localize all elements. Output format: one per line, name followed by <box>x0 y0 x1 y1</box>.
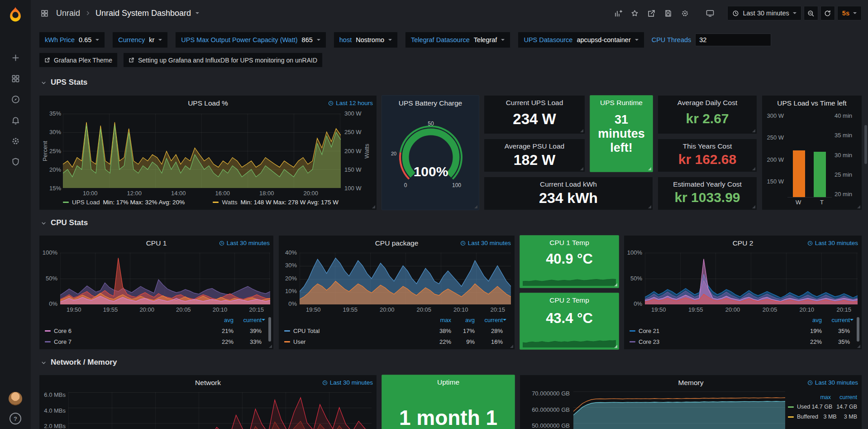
configuration-icon[interactable] <box>0 130 31 151</box>
user-avatar[interactable] <box>9 392 22 405</box>
panel-time-badge[interactable]: Last 30 minutes <box>807 240 858 246</box>
panel-time-badge[interactable]: Last 30 minutes <box>322 379 373 386</box>
legend-series-name[interactable]: Used <box>797 404 810 410</box>
variable-label: UPS Max Output Power Capacity (Watt) <box>181 36 297 43</box>
legend-series-name[interactable]: Core 21 <box>639 328 659 334</box>
panel-time-badge[interactable]: Last 30 minutes <box>219 240 270 246</box>
cpu-package-chart[interactable] <box>300 253 511 304</box>
legend-col-max[interactable]: max <box>807 394 831 400</box>
legend-col-current[interactable]: current <box>831 394 857 400</box>
legend-scrollbar[interactable] <box>857 317 859 342</box>
legend-col-avg[interactable]: avg <box>210 317 234 323</box>
section-network-memory[interactable]: Network / Memory <box>41 358 117 367</box>
panel-cpu1: CPU 1 Last 30 minutes 100%50%0% 19:5019:… <box>39 235 274 350</box>
panel-cpu2: CPU 2 Last 30 minutes 100%50%0% 19:5019:… <box>624 235 862 350</box>
cpu2-chart[interactable] <box>645 253 858 304</box>
cycle-view-mode-icon[interactable] <box>703 6 717 20</box>
legend-series-name[interactable]: Core 7 <box>54 338 72 345</box>
panel-title[interactable]: Network <box>57 379 358 387</box>
refresh-interval-select[interactable]: 5s <box>837 6 862 20</box>
panel-title[interactable]: UPS Load vs Time left <box>765 99 859 107</box>
server-admin-icon[interactable] <box>0 151 31 172</box>
link-label: Setting up Grafana and InfluxDB for UPS … <box>138 57 317 64</box>
cpu-threads-input[interactable] <box>695 34 771 46</box>
panel-time-badge[interactable]: Last 30 minutes <box>807 379 858 386</box>
variable-telegraf-datasource[interactable]: Telegraf Datasource Telegraf <box>405 32 510 48</box>
network-chart[interactable] <box>68 392 372 429</box>
panel-title[interactable]: Estimated Yearly Cost <box>660 180 755 188</box>
legend-row: Core 21 19% 35% <box>630 325 854 336</box>
create-icon[interactable] <box>0 47 31 68</box>
legend-col-max[interactable]: max <box>428 317 451 323</box>
panel-title[interactable]: Current UPS Load <box>486 99 583 107</box>
cpu1-chart[interactable] <box>60 253 270 304</box>
time-range-picker[interactable]: Last 30 minutes <box>727 6 801 20</box>
variable-value[interactable]: 0.65 <box>79 36 91 43</box>
alerting-icon[interactable] <box>0 110 31 130</box>
panel-title[interactable]: UPS Load % <box>57 99 358 107</box>
panel-title[interactable]: Average Daily Cost <box>660 99 755 107</box>
breadcrumb-org[interactable]: Unraid <box>56 9 80 18</box>
x-axis: 19:5019:5520:0020:0520:1020:15 <box>306 306 505 313</box>
legend-col-avg[interactable]: avg <box>798 317 822 323</box>
panel-title[interactable]: UPS Battery Charge <box>386 99 475 107</box>
variable-value[interactable]: Telegraf <box>474 36 497 43</box>
panel-title[interactable]: UPS Runtime <box>592 99 651 107</box>
legend-series-name[interactable]: Core 23 <box>639 338 659 345</box>
y-axis-left: 35%30%25%20%15% <box>44 111 61 191</box>
save-icon[interactable] <box>661 6 675 20</box>
legend-series-name[interactable]: UPS Load <box>72 199 100 206</box>
link-ups-monitoring-guide[interactable]: Setting up Grafana and InfluxDB for UPS … <box>123 53 323 67</box>
explore-icon[interactable] <box>0 89 31 110</box>
variable-currency[interactable]: Currency kr <box>112 32 168 48</box>
refresh-icon[interactable] <box>820 6 835 20</box>
panel-time-badge[interactable]: Last 12 hours <box>328 100 373 106</box>
dashboard-settings-icon[interactable] <box>677 6 692 20</box>
share-icon[interactable] <box>644 6 658 20</box>
legend-col-current[interactable]: current <box>234 317 262 323</box>
variable-value[interactable]: 865 <box>302 36 313 43</box>
zoom-out-icon[interactable] <box>804 6 818 20</box>
legend-col-current[interactable]: current <box>475 317 503 323</box>
legend-series-name[interactable]: Buffered <box>797 414 818 420</box>
add-panel-icon[interactable] <box>610 6 625 20</box>
section-ups-stats[interactable]: UPS Stats <box>41 78 87 87</box>
panel-title[interactable]: Average PSU Load <box>486 142 583 150</box>
legend-series-name[interactable]: Watts <box>222 199 237 206</box>
chevron-down-icon <box>41 80 47 86</box>
grafana-app: ? Unraid Unraid System Dashboard <box>0 0 868 429</box>
link-grafana-plex-theme[interactable]: Grafana Plex Theme <box>39 53 118 67</box>
variable-value[interactable]: apcupsd-container <box>577 36 630 43</box>
page-scrollbar[interactable] <box>864 125 867 164</box>
variable-host[interactable]: host Nostromo <box>334 32 398 48</box>
star-icon[interactable] <box>627 6 642 20</box>
legend-col-avg[interactable]: avg <box>451 317 475 323</box>
variable-ups-max-output[interactable]: UPS Max Output Power Capacity (Watt) 865 <box>175 32 326 48</box>
section-cpu-stats[interactable]: CPU Stats <box>41 218 88 227</box>
legend-scrollbar[interactable] <box>268 317 271 342</box>
panel-title[interactable]: Current Load kWh <box>486 180 651 188</box>
variable-ups-datasource[interactable]: UPS Datasource apcupsd-container <box>518 32 644 48</box>
panel-title[interactable]: This Years Cost <box>660 142 755 150</box>
variable-value[interactable]: Nostromo <box>356 36 384 43</box>
panel-title[interactable]: Memory <box>538 379 844 387</box>
dashboard-grid-icon[interactable] <box>37 6 52 20</box>
panel-time-badge[interactable]: Last 30 minutes <box>460 240 511 246</box>
panel-title[interactable]: CPU 1 Temp <box>522 239 617 247</box>
dashboard-caret-icon[interactable] <box>196 12 199 14</box>
ups-load-chart[interactable] <box>63 114 341 188</box>
legend-series-name[interactable]: CPU Total <box>293 328 320 334</box>
panel-title[interactable]: CPU 2 Temp <box>522 296 617 304</box>
grafana-logo[interactable] <box>0 0 31 29</box>
dashboards-icon[interactable] <box>0 68 31 89</box>
memory-chart[interactable] <box>573 391 785 429</box>
cpu2-temp-sparkline <box>523 338 616 347</box>
variable-kwh-price[interactable]: kWh Price 0.65 <box>39 32 105 48</box>
panel-title[interactable]: Uptime <box>384 378 513 386</box>
breadcrumb-dashboard[interactable]: Unraid System Dashboard <box>95 9 191 18</box>
variable-value[interactable]: kr <box>149 36 154 43</box>
legend-series-name[interactable]: Core 6 <box>54 328 72 334</box>
legend-col-current[interactable]: current <box>822 317 850 323</box>
legend-series-name[interactable]: User <box>293 338 305 345</box>
help-icon[interactable]: ? <box>10 413 21 424</box>
